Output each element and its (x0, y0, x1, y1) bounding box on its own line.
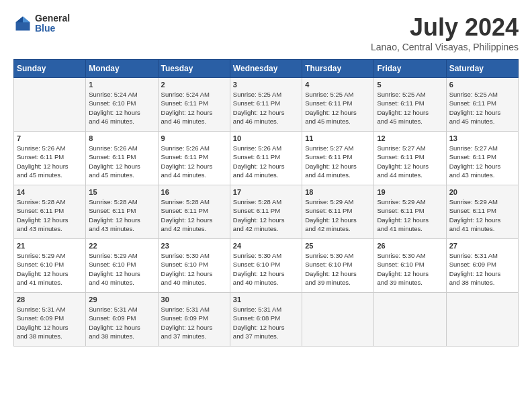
calendar-week-3: 21Sunrise: 5:29 AM Sunset: 6:10 PM Dayli… (14, 239, 519, 293)
calendar-week-2: 14Sunrise: 5:28 AM Sunset: 6:11 PM Dayli… (14, 185, 519, 239)
calendar-cell: 7Sunrise: 5:26 AM Sunset: 6:11 PM Daylig… (14, 132, 86, 185)
logo-icon (13, 14, 32, 33)
calendar-cell: 3Sunrise: 5:25 AM Sunset: 6:11 PM Daylig… (230, 78, 302, 132)
day-info: Sunrise: 5:29 AM Sunset: 6:11 PM Dayligh… (377, 197, 443, 233)
day-number: 5 (377, 81, 443, 89)
day-info: Sunrise: 5:29 AM Sunset: 6:10 PM Dayligh… (89, 251, 154, 287)
calendar-header: SundayMondayTuesdayWednesdayThursdayFrid… (14, 60, 519, 78)
day-info: Sunrise: 5:28 AM Sunset: 6:11 PM Dayligh… (17, 197, 83, 233)
day-number: 29 (89, 295, 154, 304)
calendar-cell: 12Sunrise: 5:27 AM Sunset: 6:11 PM Dayli… (374, 132, 446, 185)
day-number: 31 (233, 295, 299, 304)
day-info: Sunrise: 5:26 AM Sunset: 6:11 PM Dayligh… (233, 144, 299, 179)
calendar-cell: 15Sunrise: 5:28 AM Sunset: 6:11 PM Dayli… (86, 185, 158, 239)
day-info: Sunrise: 5:25 AM Sunset: 6:11 PM Dayligh… (449, 90, 515, 126)
day-number: 24 (233, 242, 299, 250)
weekday-header-sunday: Sunday (14, 60, 86, 78)
day-number: 8 (89, 134, 154, 142)
calendar-week-4: 28Sunrise: 5:31 AM Sunset: 6:09 PM Dayli… (14, 293, 519, 347)
day-number: 22 (89, 242, 154, 250)
day-info: Sunrise: 5:24 AM Sunset: 6:10 PM Dayligh… (89, 90, 154, 126)
calendar-cell: 11Sunrise: 5:27 AM Sunset: 6:11 PM Dayli… (302, 132, 374, 185)
day-number: 1 (89, 81, 154, 89)
logo-general-text: General (35, 13, 70, 24)
logo-blue-text: Blue (35, 24, 70, 34)
day-info: Sunrise: 5:29 AM Sunset: 6:10 PM Dayligh… (17, 251, 83, 287)
svg-marker-1 (23, 17, 30, 23)
calendar-cell: 25Sunrise: 5:30 AM Sunset: 6:10 PM Dayli… (302, 239, 374, 293)
day-info: Sunrise: 5:28 AM Sunset: 6:11 PM Dayligh… (89, 197, 154, 233)
day-number: 10 (233, 134, 299, 142)
day-info: Sunrise: 5:25 AM Sunset: 6:11 PM Dayligh… (233, 90, 299, 126)
calendar-cell: 29Sunrise: 5:31 AM Sunset: 6:09 PM Dayli… (86, 293, 158, 347)
day-info: Sunrise: 5:31 AM Sunset: 6:09 PM Dayligh… (449, 251, 515, 287)
weekday-header-friday: Friday (374, 60, 446, 78)
day-info: Sunrise: 5:27 AM Sunset: 6:11 PM Dayligh… (377, 144, 443, 179)
day-number: 27 (449, 242, 515, 250)
day-info: Sunrise: 5:27 AM Sunset: 6:11 PM Dayligh… (305, 144, 371, 179)
calendar-cell: 21Sunrise: 5:29 AM Sunset: 6:10 PM Dayli… (14, 239, 86, 293)
day-number: 11 (305, 134, 371, 142)
day-number: 18 (305, 188, 371, 196)
calendar-cell: 13Sunrise: 5:27 AM Sunset: 6:11 PM Dayli… (446, 132, 518, 185)
day-number: 26 (377, 242, 443, 250)
day-info: Sunrise: 5:30 AM Sunset: 6:10 PM Dayligh… (161, 251, 227, 287)
day-info: Sunrise: 5:30 AM Sunset: 6:10 PM Dayligh… (305, 251, 371, 287)
weekday-header-saturday: Saturday (446, 60, 518, 78)
weekday-row: SundayMondayTuesdayWednesdayThursdayFrid… (14, 60, 519, 78)
day-number: 30 (161, 295, 227, 304)
calendar-cell: 22Sunrise: 5:29 AM Sunset: 6:10 PM Dayli… (86, 239, 158, 293)
calendar-cell: 6Sunrise: 5:25 AM Sunset: 6:11 PM Daylig… (446, 78, 518, 132)
day-info: Sunrise: 5:25 AM Sunset: 6:11 PM Dayligh… (377, 90, 443, 126)
day-number: 4 (305, 81, 371, 89)
weekday-header-monday: Monday (86, 60, 158, 78)
calendar-week-0: 1Sunrise: 5:24 AM Sunset: 6:10 PM Daylig… (14, 78, 519, 132)
day-number: 21 (17, 242, 83, 250)
weekday-header-wednesday: Wednesday (230, 60, 302, 78)
calendar-cell: 27Sunrise: 5:31 AM Sunset: 6:09 PM Dayli… (446, 239, 518, 293)
calendar-cell: 18Sunrise: 5:29 AM Sunset: 6:11 PM Dayli… (302, 185, 374, 239)
calendar-cell (302, 293, 374, 347)
calendar-body: 1Sunrise: 5:24 AM Sunset: 6:10 PM Daylig… (14, 78, 519, 347)
day-number: 17 (233, 188, 299, 196)
location-text: Lanao, Central Visayas, Philippines (371, 42, 519, 52)
calendar-cell: 30Sunrise: 5:31 AM Sunset: 6:09 PM Dayli… (158, 293, 230, 347)
day-info: Sunrise: 5:28 AM Sunset: 6:11 PM Dayligh… (233, 197, 299, 233)
day-info: Sunrise: 5:30 AM Sunset: 6:10 PM Dayligh… (233, 251, 299, 287)
month-title: July 2024 (371, 13, 519, 42)
day-info: Sunrise: 5:27 AM Sunset: 6:11 PM Dayligh… (449, 144, 515, 179)
calendar-cell (446, 293, 518, 347)
day-info: Sunrise: 5:29 AM Sunset: 6:11 PM Dayligh… (305, 197, 371, 233)
day-info: Sunrise: 5:26 AM Sunset: 6:11 PM Dayligh… (89, 144, 154, 179)
day-number: 3 (233, 81, 299, 89)
day-info: Sunrise: 5:24 AM Sunset: 6:11 PM Dayligh… (161, 90, 227, 126)
day-number: 23 (161, 242, 227, 250)
day-number: 19 (377, 188, 443, 196)
day-number: 13 (449, 134, 515, 142)
day-number: 12 (377, 134, 443, 142)
calendar-cell: 4Sunrise: 5:25 AM Sunset: 6:11 PM Daylig… (302, 78, 374, 132)
calendar-cell: 16Sunrise: 5:28 AM Sunset: 6:11 PM Dayli… (158, 185, 230, 239)
day-info: Sunrise: 5:31 AM Sunset: 6:09 PM Dayligh… (17, 305, 83, 340)
logo: General Blue (13, 13, 70, 34)
day-number: 25 (305, 242, 371, 250)
calendar-cell: 1Sunrise: 5:24 AM Sunset: 6:10 PM Daylig… (86, 78, 158, 132)
calendar-cell: 23Sunrise: 5:30 AM Sunset: 6:10 PM Dayli… (158, 239, 230, 293)
day-info: Sunrise: 5:31 AM Sunset: 6:09 PM Dayligh… (89, 305, 154, 340)
calendar-cell (14, 78, 86, 132)
calendar-cell: 24Sunrise: 5:30 AM Sunset: 6:10 PM Dayli… (230, 239, 302, 293)
weekday-header-thursday: Thursday (302, 60, 374, 78)
calendar-table: SundayMondayTuesdayWednesdayThursdayFrid… (13, 59, 519, 347)
logo-text: General Blue (35, 13, 70, 34)
page-header: General Blue July 2024 Lanao, Central Vi… (13, 13, 519, 52)
calendar-cell: 10Sunrise: 5:26 AM Sunset: 6:11 PM Dayli… (230, 132, 302, 185)
calendar-cell: 31Sunrise: 5:31 AM Sunset: 6:08 PM Dayli… (230, 293, 302, 347)
day-number: 15 (89, 188, 154, 196)
title-area: July 2024 Lanao, Central Visayas, Philip… (371, 13, 519, 52)
day-info: Sunrise: 5:25 AM Sunset: 6:11 PM Dayligh… (305, 90, 371, 126)
weekday-header-tuesday: Tuesday (158, 60, 230, 78)
day-info: Sunrise: 5:28 AM Sunset: 6:11 PM Dayligh… (161, 197, 227, 233)
calendar-cell: 20Sunrise: 5:29 AM Sunset: 6:11 PM Dayli… (446, 185, 518, 239)
calendar-cell: 26Sunrise: 5:30 AM Sunset: 6:10 PM Dayli… (374, 239, 446, 293)
day-number: 9 (161, 134, 227, 142)
